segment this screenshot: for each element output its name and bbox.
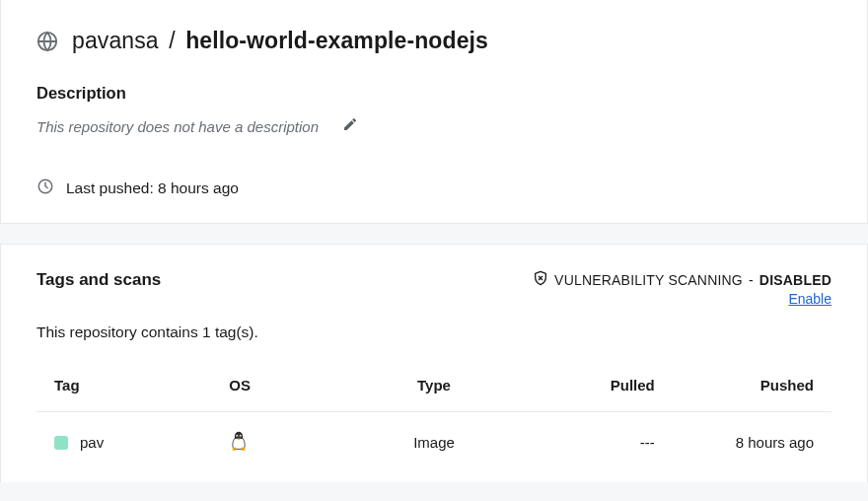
- repo-title-row: pavansa / hello-world-example-nodejs: [36, 28, 832, 54]
- col-header-tag[interactable]: Tag: [36, 367, 211, 412]
- col-header-pulled[interactable]: Pulled: [514, 367, 673, 412]
- last-pushed-row: Last pushed: 8 hours ago: [36, 178, 832, 199]
- table-row[interactable]: pav: [36, 412, 832, 473]
- col-header-os[interactable]: OS: [211, 367, 354, 412]
- table-header-row: Tag OS Type Pulled Pushed: [36, 367, 832, 412]
- col-header-type[interactable]: Type: [354, 367, 513, 412]
- tag-color-swatch: [54, 436, 68, 450]
- tag-cell: pav: [54, 434, 193, 451]
- vuln-scanning-status: DISABLED: [760, 272, 832, 288]
- col-header-pushed[interactable]: Pushed: [673, 367, 832, 412]
- vulnerability-status-line: VULNERABILITY SCANNING - DISABLED: [533, 270, 832, 289]
- enable-scanning-link[interactable]: Enable: [788, 291, 832, 307]
- tags-table: Tag OS Type Pulled Pushed pav: [36, 367, 832, 472]
- edit-description-icon[interactable]: [342, 116, 358, 136]
- tag-name[interactable]: pav: [80, 434, 104, 451]
- tags-count-text: This repository contains 1 tag(s).: [36, 323, 832, 341]
- tag-pushed: 8 hours ago: [673, 412, 832, 473]
- description-placeholder: This repository does not have a descript…: [36, 118, 319, 135]
- description-row: This repository does not have a descript…: [36, 116, 832, 136]
- svg-point-8: [237, 436, 238, 437]
- globe-icon: [36, 31, 58, 52]
- repo-title: pavansa / hello-world-example-nodejs: [72, 28, 488, 54]
- linux-icon: [229, 438, 249, 455]
- tags-header-row: Tags and scans VULNERABILITY SCANNING - …: [36, 270, 832, 308]
- repo-header-card: pavansa / hello-world-example-nodejs Des…: [0, 0, 868, 224]
- vuln-separator: -: [749, 272, 754, 288]
- tag-pulled: ---: [514, 412, 673, 473]
- vulnerability-status-block: VULNERABILITY SCANNING - DISABLED Enable: [533, 270, 832, 308]
- clock-icon: [36, 178, 54, 199]
- shield-x-icon: [533, 270, 548, 289]
- description-heading: Description: [36, 84, 832, 103]
- vuln-scanning-label: VULNERABILITY SCANNING: [554, 272, 743, 288]
- svg-point-9: [240, 436, 241, 437]
- repo-name: hello-world-example-nodejs: [185, 28, 488, 53]
- repo-title-separator: /: [169, 28, 176, 53]
- tag-type: Image: [354, 412, 513, 473]
- last-pushed-text: Last pushed: 8 hours ago: [66, 179, 239, 197]
- repo-owner: pavansa: [72, 28, 159, 53]
- tags-card: Tags and scans VULNERABILITY SCANNING - …: [0, 244, 868, 482]
- tags-title: Tags and scans: [36, 270, 161, 290]
